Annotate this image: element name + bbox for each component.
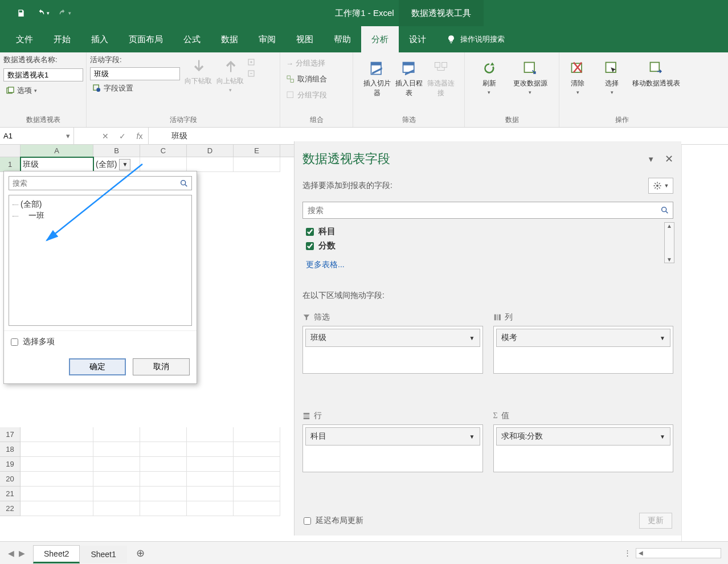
col-header-d[interactable]: D	[187, 145, 234, 157]
select-multiple-checkbox[interactable]	[11, 338, 18, 346]
tab-review[interactable]: 审阅	[248, 26, 286, 52]
cell-e1[interactable]	[234, 157, 280, 172]
field-list-scrollbar[interactable]: ▲▼	[664, 222, 674, 263]
cell-b1[interactable]: (全部) ▼	[93, 157, 140, 172]
area-rows-box[interactable]: 科目▼	[302, 424, 483, 472]
filter-item-class1[interactable]: 一班	[13, 210, 188, 222]
sheet-tab-sheet2[interactable]: Sheet2	[33, 545, 80, 563]
pane-close-icon[interactable]: ✕	[665, 153, 673, 165]
clear-button[interactable]: 清除 ▾	[563, 57, 592, 97]
horizontal-scrollbar[interactable]: ◀	[636, 548, 721, 558]
col-header-e[interactable]: E	[234, 145, 280, 157]
redo-button[interactable]: ▾	[54, 0, 75, 26]
filter-ok-button[interactable]: 确定	[69, 358, 126, 375]
confirm-formula-button[interactable]: ✓	[114, 132, 131, 141]
area-item-subject[interactable]: 科目▼	[305, 427, 480, 446]
row-header[interactable]: 22	[0, 501, 21, 516]
select-button[interactable]: 选择 ▾	[597, 57, 627, 97]
tab-data[interactable]: 数据	[211, 26, 248, 52]
drag-fields-label: 在以下区域间拖动字段:	[302, 291, 673, 301]
defer-update-checkbox[interactable]: 延迟布局更新	[304, 516, 363, 526]
field-checkbox[interactable]	[306, 242, 314, 250]
field-pane-settings-button[interactable]: ▼	[648, 178, 673, 194]
col-header-b[interactable]: B	[93, 145, 140, 157]
svg-rect-10	[291, 79, 293, 82]
cell-c1[interactable]	[140, 157, 187, 172]
field-pane-title: 数据透视表字段	[302, 150, 390, 167]
cancel-formula-button[interactable]: ✕	[97, 132, 114, 141]
row-header[interactable]: 19	[0, 457, 21, 472]
row-header[interactable]: 17	[0, 427, 21, 442]
area-filter-box[interactable]: 班级▼	[302, 326, 483, 374]
tab-formula[interactable]: 公式	[173, 26, 211, 52]
col-header-c[interactable]: C	[140, 145, 187, 157]
row-header[interactable]: 18	[0, 442, 21, 457]
tab-help[interactable]: 帮助	[324, 26, 361, 52]
pivot-options-button[interactable]: 选项 ▾	[3, 84, 39, 97]
name-box[interactable]: ▾	[0, 128, 74, 144]
field-row-subject[interactable]: 科目	[302, 224, 673, 239]
filter-tree[interactable]: (全部) 一班	[9, 195, 192, 326]
area-item-exam[interactable]: 模考▼	[496, 329, 671, 347]
sheet-nav-next[interactable]: ▶	[19, 549, 25, 558]
fx-button[interactable]: fx	[131, 132, 148, 141]
filter-search[interactable]	[9, 176, 192, 190]
insert-timeline-button[interactable]: 插入日程表	[394, 57, 424, 100]
more-tables-link[interactable]: 更多表格...	[302, 253, 673, 273]
area-item-class[interactable]: 班级▼	[305, 329, 480, 347]
undo-button[interactable]: ▾	[32, 0, 54, 26]
search-icon	[177, 177, 191, 190]
row-header[interactable]: 20	[0, 472, 21, 487]
select-all-corner[interactable]	[0, 145, 21, 157]
tell-me-search[interactable]: 操作说明搜索	[436, 26, 515, 52]
filter-search-input[interactable]	[9, 177, 177, 190]
pivot-name-input[interactable]	[3, 68, 83, 81]
add-sheet-button[interactable]: ⊕	[133, 545, 149, 561]
sheet-nav-prev[interactable]: ◀	[8, 549, 14, 558]
svg-point-25	[656, 185, 659, 187]
field-row-score[interactable]: 分数	[302, 239, 673, 253]
field-checkbox[interactable]	[306, 228, 314, 236]
update-button: 更新	[639, 513, 672, 529]
col-header-a[interactable]: A	[21, 145, 93, 157]
area-values-box[interactable]: 求和项:分数▼	[493, 424, 674, 472]
tab-insert[interactable]: 插入	[81, 26, 118, 52]
field-search-input[interactable]	[303, 202, 657, 218]
sheet-tab-sheet1[interactable]: Sheet1	[80, 546, 126, 563]
tab-design[interactable]: 设计	[399, 26, 436, 52]
filter-icon	[302, 313, 310, 321]
area-item-sum-score[interactable]: 求和项:分数▼	[496, 427, 671, 446]
active-field-input[interactable]	[90, 67, 180, 80]
field-search[interactable]	[302, 202, 673, 219]
field-settings-button[interactable]: 字段设置	[90, 81, 181, 95]
columns-icon	[493, 313, 501, 321]
tab-analyze[interactable]: 分析	[361, 26, 399, 52]
filter-cancel-button[interactable]: 取消	[133, 358, 190, 375]
tab-file[interactable]: 文件	[6, 26, 43, 52]
filter-item-all[interactable]: (全部)	[13, 199, 188, 210]
name-box-dropdown[interactable]: ▾	[66, 132, 70, 140]
pane-dropdown-icon[interactable]: ▼	[647, 155, 655, 164]
ungroup-button[interactable]: 取消组合	[284, 73, 329, 85]
scroll-left-icon[interactable]: ◀	[636, 550, 645, 556]
move-pivot-button[interactable]: 移动数据透视表	[631, 57, 681, 91]
status-bar: ◀ ▶ Sheet2 Sheet1 ⊕ ⋮ ◀	[0, 541, 728, 564]
field-settings-icon	[92, 84, 101, 93]
refresh-button[interactable]: 刷新 ▾	[475, 57, 504, 97]
cell-d1[interactable]	[187, 157, 234, 172]
tab-home[interactable]: 开始	[43, 26, 81, 52]
save-button[interactable]	[10, 0, 32, 26]
change-source-button[interactable]: 更改数据源 ▾	[511, 57, 550, 97]
name-box-input[interactable]	[3, 132, 63, 140]
row-header-1[interactable]: 1	[0, 157, 21, 172]
area-columns-box[interactable]: 模考▼	[493, 326, 674, 374]
divider-handle-icon[interactable]: ⋮	[624, 549, 631, 557]
filter-dropdown-button[interactable]: ▼	[119, 159, 130, 170]
tab-layout[interactable]: 页面布局	[118, 26, 173, 52]
row-header[interactable]: 21	[0, 487, 21, 501]
group-field-icon	[286, 91, 295, 100]
cell-a1[interactable]: 班级	[21, 157, 93, 172]
insert-slicer-button[interactable]: 插入切片器	[362, 57, 392, 100]
svg-rect-16	[435, 63, 440, 68]
tab-view[interactable]: 视图	[286, 26, 324, 52]
